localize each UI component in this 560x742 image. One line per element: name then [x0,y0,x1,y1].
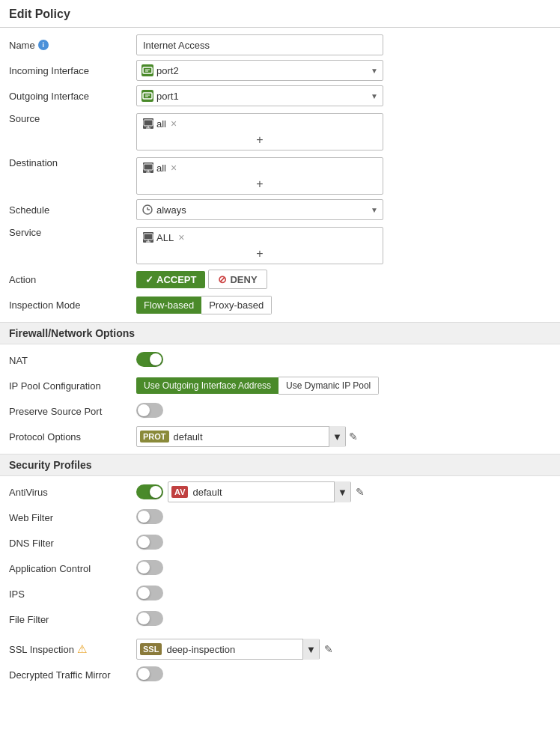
name-info-icon[interactable]: i [38,40,49,50]
nat-toggle[interactable] [136,352,163,367]
antivirus-knob [150,486,162,498]
preserve-port-toggle[interactable] [136,403,163,418]
incoming-dropdown[interactable]: port2 ▼ [136,60,383,81]
filefilter-toggle[interactable] [136,611,163,626]
destination-tag-row: all × [140,159,380,176]
appcontrol-toggle[interactable] [136,560,163,575]
ips-row: IPS [9,581,551,606]
action-value-col: ✓ ACCEPT ⊘ DENY [136,270,551,289]
antivirus-toggle[interactable] [136,484,163,499]
ips-toggle[interactable] [136,586,163,600]
outgoing-value-col: port1 ▼ [136,85,551,106]
schedule-dropdown[interactable]: always ▼ [136,199,383,220]
av-badge: AV [171,486,188,498]
deny-button[interactable]: ⊘ DENY [208,270,267,289]
schedule-label: Schedule [9,204,136,216]
antivirus-dropdown[interactable]: AV default ▼ [168,481,351,502]
protocol-arrow-icon[interactable]: ▼ [329,426,345,447]
name-value-col [136,34,551,55]
incoming-row: Incoming Interface port2 ▼ [9,58,551,83]
schedule-clock-icon [141,204,153,216]
firewall-section-header: Firewall/Network Options [0,322,560,344]
nat-label: NAT [9,355,136,366]
dnsfilter-toggle[interactable] [136,535,163,550]
ssl-label: SSL Inspection ⚠ [9,642,136,656]
outgoing-label: Outgoing Interface [9,91,136,102]
port-icon-outgoing [141,90,153,102]
ips-value-col [136,586,551,603]
protocol-label: Protocol Options [9,431,136,443]
webfilter-label: Web Filter [9,512,136,523]
appcontrol-value-col [136,560,551,577]
port-icon-incoming [141,64,153,76]
ip-pool-row: IP Pool Configuration Use Outgoing Inter… [9,373,551,398]
source-value-col: all × + [136,113,551,150]
decrypted-label: Decrypted Traffic Mirror [9,669,136,681]
action-buttons: ✓ ACCEPT ⊘ DENY [136,270,551,289]
accept-button[interactable]: ✓ ACCEPT [136,271,205,288]
inspection-buttons: Flow-based Proxy-based [136,296,551,314]
ssl-edit-icon[interactable]: ✎ [324,643,333,655]
destination-close-icon[interactable]: × [171,162,177,174]
decrypted-row: Decrypted Traffic Mirror [9,662,551,687]
webfilter-row: Web Filter [9,505,551,530]
outgoing-interface-button[interactable]: Use Outgoing Interface Address [136,377,279,394]
service-label: Service [9,227,136,238]
service-add-button[interactable]: + [140,246,380,262]
antivirus-edit-icon[interactable]: ✎ [356,486,365,498]
schedule-arrow-icon: ▼ [371,206,378,214]
decrypted-knob [138,668,150,680]
name-input[interactable] [136,34,383,55]
destination-value-col: all × + [136,157,551,195]
appcontrol-knob [138,562,150,574]
destination-add-button[interactable]: + [140,176,380,192]
destination-field: all × + [136,157,383,195]
ssl-dropdown[interactable]: SSL deep-inspection ▼ [136,639,320,660]
outgoing-dropdown[interactable]: port1 ▼ [136,85,383,106]
checkmark-icon: ✓ [145,274,153,285]
ssl-row: SSL Inspection ⚠ SSL deep-inspection ▼ ✎ [9,636,551,662]
incoming-arrow-icon: ▼ [371,67,378,75]
destination-tag-item: all × [140,161,180,174]
antivirus-row: AntiVirus AV default ▼ ✎ [9,479,551,505]
filefilter-value-col [136,611,551,628]
nat-value-col [136,352,551,369]
decrypted-toggle[interactable] [136,666,163,681]
form-body: Name i Incoming Interface port2 ▼ [0,28,560,692]
antivirus-field-wrap: AV default ▼ ✎ [136,481,551,502]
destination-monitor-icon [143,162,153,173]
source-add-button[interactable]: + [140,132,380,148]
webfilter-toggle[interactable] [136,509,163,524]
nat-toggle-knob [150,353,162,365]
source-monitor-icon [143,118,153,129]
service-close-icon[interactable]: × [178,231,184,243]
protocol-dropdown[interactable]: PROT default ▼ [136,426,346,447]
proxy-based-button[interactable]: Proxy-based [201,296,272,314]
ssl-warning-icon: ⚠ [77,642,87,656]
filefilter-knob [138,612,150,624]
dnsfilter-knob [138,536,150,548]
ips-knob [138,587,150,599]
flow-based-button[interactable]: Flow-based [136,297,201,314]
av-arrow-icon[interactable]: ▼ [334,481,350,502]
dnsfilter-row: DNS Filter [9,530,551,556]
source-field: all × + [136,113,383,150]
inspection-label: Inspection Mode [9,299,136,311]
incoming-label: Incoming Interface [9,65,136,76]
service-tag-item: ALL × [140,231,187,244]
name-row: Name i [9,32,551,58]
action-row: Action ✓ ACCEPT ⊘ DENY [9,267,551,292]
dnsfilter-label: DNS Filter [9,538,136,549]
protocol-value-col: PROT default ▼ ✎ [136,426,551,447]
protocol-field-wrap: PROT default ▼ ✎ [136,426,551,447]
schedule-text: always [156,204,366,216]
preserve-port-row: Preserve Source Port [9,398,551,424]
nat-row: NAT [9,347,551,373]
dynamic-ip-pool-button[interactable]: Use Dymanic IP Pool [279,377,379,395]
source-close-icon[interactable]: × [171,118,177,130]
ssl-arrow-icon[interactable]: ▼ [302,639,319,660]
protocol-text: default [174,431,329,443]
outgoing-text: port1 [156,91,366,102]
protocol-edit-icon[interactable]: ✎ [349,431,358,443]
protocol-row: Protocol Options PROT default ▼ ✎ [9,424,551,449]
